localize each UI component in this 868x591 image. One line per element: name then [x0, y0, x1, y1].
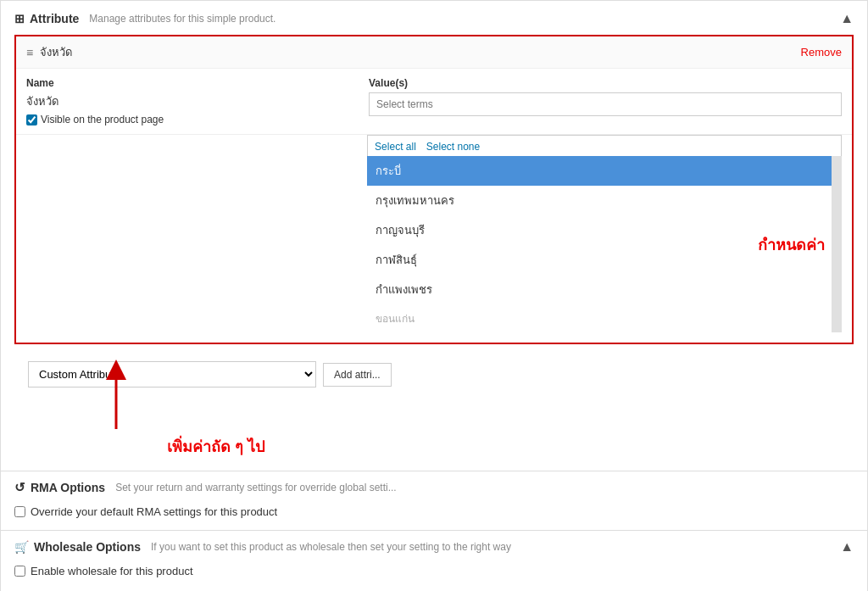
attribute-item-wrapper: ≡ จังหวัด Remove Name จังหวัด Visible on… [14, 35, 854, 344]
attribute-section: ⊞ Attribute Manage attributes for this s… [0, 0, 868, 471]
terms-dropdown: Select all Select none กระบี่ กรุงเทพมหา… [367, 135, 842, 332]
dropdown-list: กระบี่ กรุงเทพมหานคร กาญจนบุรี กาฬสินธุ์… [367, 156, 842, 332]
rma-title: RMA Options [31, 481, 105, 494]
attribute-name-value-text: จังหวัด [26, 92, 359, 110]
dropdown-item-1[interactable]: กรุงเทพมหานคร [367, 186, 842, 215]
cart-icon: 🛒 [14, 540, 29, 554]
name-col-header: Name [26, 77, 359, 89]
wholesale-enable-row: Enable wholesale for this product [14, 561, 854, 581]
arrow-label: เพิ่มค่าถัด ๆ ไป [167, 434, 264, 459]
wholesale-title: Wholesale Options [34, 540, 141, 554]
attribute-collapse-button[interactable]: ▲ [840, 11, 854, 26]
attribute-name-col: Name จังหวัด Visible on the product page [26, 77, 369, 125]
wholesale-enable-label: Enable wholesale for this product [31, 565, 193, 577]
wholesale-enable-checkbox[interactable] [14, 566, 25, 577]
dropdown-item-4[interactable]: กำแพงเพชร [367, 275, 842, 304]
select-terms-input[interactable] [369, 92, 842, 116]
visible-on-product-label: Visible on the product page [41, 114, 164, 125]
add-attribute-button[interactable]: Add attri... [323, 363, 392, 387]
wholesale-collapse-button[interactable]: ▲ [840, 539, 854, 555]
attribute-section-header: ⊞ Attribute Manage attributes for this s… [14, 11, 854, 26]
arrow-annotation-area: เพิ่มค่าถัด ๆ ไป [14, 399, 854, 467]
page-wrapper: ⊞ Attribute Manage attributes for this s… [0, 0, 868, 591]
arrow-svg [91, 357, 226, 433]
rma-override-checkbox[interactable] [14, 506, 25, 517]
rma-icon: ↺ [14, 480, 25, 495]
value-col-header: Value(s) [369, 77, 842, 89]
table-icon: ⊞ [14, 12, 25, 25]
attribute-name-value-row: Name จังหวัด Visible on the product page… [16, 69, 852, 135]
dropdown-item-2[interactable]: กาญจนบุรี [367, 215, 842, 245]
attribute-subtitle: Manage attributes for this simple produc… [89, 13, 275, 25]
dropdown-scrollbar[interactable] [832, 156, 842, 332]
rma-section: ↺ RMA Options Set your return and warran… [0, 471, 868, 531]
attribute-item-header: ≡ จังหวัด Remove [16, 36, 852, 69]
select-none-link[interactable]: Select none [426, 141, 480, 153]
rma-override-label: Override your default RMA settings for t… [31, 505, 277, 518]
select-all-link[interactable]: Select all [375, 141, 416, 153]
attribute-value-col: Value(s) [369, 77, 842, 116]
rma-section-header: ↺ RMA Options Set your return and warran… [14, 480, 854, 495]
wholesale-section: 🛒 Wholesale Options If you want to set t… [0, 531, 868, 591]
visible-on-product-row: Visible on the product page [26, 114, 359, 125]
dropdown-item-0[interactable]: กระบี่ [367, 156, 842, 186]
wholesale-subtitle: If you want to set this product as whole… [151, 541, 511, 553]
dropdown-item-3[interactable]: กาฬสินธุ์ [367, 245, 842, 275]
rma-subtitle: Set your return and warranty settings fo… [115, 482, 397, 493]
dropdown-item-5[interactable]: ขอนแก่น [367, 304, 842, 332]
attribute-section-title: ⊞ Attribute Manage attributes for this s… [14, 12, 275, 25]
wholesale-section-header: 🛒 Wholesale Options If you want to set t… [14, 539, 854, 555]
attribute-title-text: Attribute [30, 12, 79, 25]
remove-attribute-button[interactable]: Remove [801, 46, 842, 59]
visible-on-product-checkbox[interactable] [26, 114, 37, 125]
drag-handle-icon[interactable]: ≡ [26, 46, 33, 59]
wholesale-title-wrap: 🛒 Wholesale Options If you want to set t… [14, 540, 511, 554]
attribute-name-display: จังหวัด [40, 43, 72, 61]
rma-override-row: Override your default RMA settings for t… [14, 502, 854, 521]
dropdown-links-row: Select all Select none [367, 135, 842, 156]
dropdown-list-wrap: กระบี่ กรุงเทพมหานคร กาญจนบุรี กาฬสินธุ์… [367, 156, 842, 332]
